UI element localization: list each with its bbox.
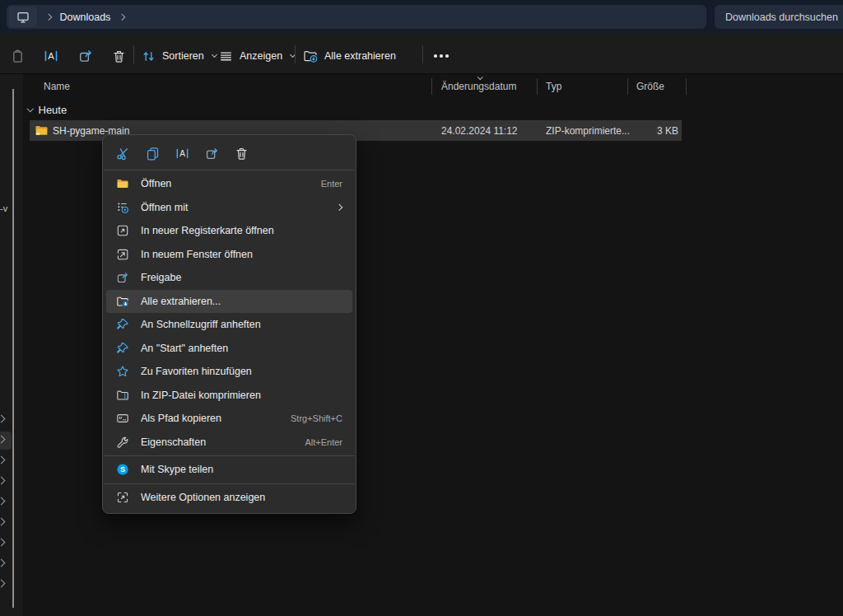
menu-item-open-with[interactable]: Öffnen mit [106, 196, 352, 220]
view-label: Anzeigen [240, 50, 282, 62]
menu-item-extract-all[interactable]: Alle extrahieren... [106, 290, 352, 314]
tree-expand-icon[interactable] [0, 477, 5, 485]
tree-expand-icon[interactable] [0, 518, 5, 526]
column-header-modified[interactable]: Änderungsdatum [441, 76, 516, 97]
column-header-type[interactable]: Typ [546, 76, 561, 97]
tree-expand-icon[interactable] [0, 415, 5, 423]
menu-item-copy-path[interactable]: Als Pfad kopieren Strg+Shift+C [106, 407, 352, 431]
nav-scrollbar[interactable] [12, 89, 14, 608]
menu-item-pin-quick-access[interactable]: An Schnellzugriff anheften [106, 313, 352, 337]
expand-icon [116, 491, 129, 504]
wrench-icon [116, 436, 129, 449]
new-tab-icon [116, 224, 129, 237]
menu-item-share-skype[interactable]: S Mit Skype teilen [106, 458, 352, 482]
menu-item-share[interactable]: Freigabe [106, 266, 352, 290]
column-divider[interactable] [686, 78, 687, 95]
delete-icon [112, 49, 126, 63]
svg-text:S: S [120, 465, 125, 474]
share-icon [78, 49, 93, 63]
menu-item-label: Freigabe [141, 272, 181, 283]
see-more-button[interactable] [428, 43, 454, 69]
share-button[interactable] [199, 141, 225, 166]
cut-button[interactable] [110, 141, 136, 166]
menu-item-label: An "Start" anheften [141, 343, 228, 354]
menu-item-pin-start[interactable]: An "Start" anheften [106, 337, 352, 361]
delete-button[interactable] [105, 43, 132, 69]
address-bar[interactable]: Downloads [7, 5, 706, 29]
group-label: Heute [39, 104, 68, 116]
menu-item-open-new-tab[interactable]: In neuer Registerkarte öffnen [106, 219, 352, 243]
menu-item-label: Alle extrahieren... [141, 296, 221, 307]
tree-expand-icon[interactable] [0, 580, 5, 588]
zip-compress-icon [116, 389, 129, 402]
view-menu-button[interactable]: Anzeigen [219, 35, 295, 77]
menu-item-add-favorites[interactable]: Zu Favoriten hinzufügen [106, 360, 352, 384]
chevron-down-icon [212, 52, 217, 58]
chevron-right-icon[interactable] [45, 14, 52, 21]
copy-button[interactable] [140, 141, 165, 166]
pin-icon [116, 342, 129, 355]
menu-separator [104, 455, 355, 456]
shortcut-label: Alt+Enter [305, 437, 342, 447]
column-header-size[interactable]: Größe [636, 76, 664, 97]
context-menu: A Öffnen Enter [102, 134, 356, 514]
rename-button[interactable]: A [170, 141, 195, 166]
extract-all-button[interactable]: Alle extrahieren [303, 35, 396, 77]
file-size: 3 KB [657, 125, 678, 137]
toolbar-divider [295, 45, 296, 63]
tree-expand-icon[interactable] [0, 456, 5, 464]
column-header-name[interactable]: Name [44, 76, 70, 97]
menu-item-label: Zu Favoriten hinzufügen [141, 366, 252, 377]
shortcut-label: Strg+Shift+C [291, 413, 342, 423]
share-icon [116, 271, 129, 284]
shortcut-label: Enter [321, 179, 342, 189]
paste-button[interactable] [4, 43, 30, 69]
nav-item-fragment: -v [0, 203, 7, 213]
folder-open-icon [116, 177, 129, 190]
rename-icon: A [175, 147, 189, 161]
menu-item-compress-zip[interactable]: In ZIP-Datei komprimieren [106, 384, 352, 408]
menu-separator [104, 170, 355, 170]
share-button[interactable] [72, 43, 99, 69]
menu-item-label: In neuer Registerkarte öffnen [141, 225, 274, 236]
this-pc-button[interactable] [9, 7, 37, 27]
search-placeholder: Downloads durchsuchen [725, 12, 838, 23]
pin-icon [116, 318, 129, 331]
delete-icon [235, 147, 249, 161]
delete-button[interactable] [229, 141, 254, 166]
svg-text:A: A [48, 51, 54, 61]
monitor-icon [16, 11, 30, 24]
breadcrumb-downloads[interactable]: Downloads [60, 12, 111, 23]
tree-expand-icon[interactable] [0, 497, 5, 506]
group-header-today[interactable]: Heute [28, 102, 67, 117]
extract-icon [116, 295, 129, 308]
menu-item-label: Als Pfad kopieren [141, 413, 221, 424]
menu-item-label: In neuem Fenster öffnen [141, 249, 253, 260]
menu-item-show-more-options[interactable]: Weitere Optionen anzeigen [106, 486, 352, 510]
menu-item-open[interactable]: Öffnen Enter [106, 172, 352, 196]
title-bar: Downloads Downloads durchsuchen [0, 0, 843, 33]
cut-icon [116, 147, 130, 161]
tree-expand-icon[interactable] [0, 539, 5, 547]
menu-item-label: Öffnen [141, 178, 171, 189]
file-type: ZIP-komprimierte... [546, 125, 630, 137]
tree-expand-icon[interactable] [0, 559, 5, 567]
column-divider[interactable] [627, 78, 628, 95]
column-divider[interactable] [537, 78, 538, 95]
star-icon [116, 365, 129, 378]
skype-icon: S [116, 463, 129, 476]
column-divider[interactable] [431, 78, 432, 95]
command-toolbar: A Sortieren Anzeigen [0, 33, 843, 74]
toolbar-divider [422, 45, 423, 63]
menu-item-properties[interactable]: Eigenschaften Alt+Enter [106, 431, 352, 455]
sort-menu-button[interactable]: Sortieren [142, 35, 217, 77]
menu-item-label: Eigenschaften [141, 436, 206, 448]
copy-icon [146, 147, 160, 161]
rename-button[interactable]: A [38, 43, 64, 69]
search-box[interactable]: Downloads durchsuchen [715, 5, 843, 29]
chevron-right-icon[interactable] [119, 14, 125, 21]
menu-item-label: An Schnellzugriff anheften [141, 319, 261, 330]
menu-item-open-new-window[interactable]: In neuem Fenster öffnen [106, 243, 352, 267]
menu-item-label: Öffnen mit [141, 202, 188, 213]
navigation-pane-edge: -v [0, 74, 23, 616]
